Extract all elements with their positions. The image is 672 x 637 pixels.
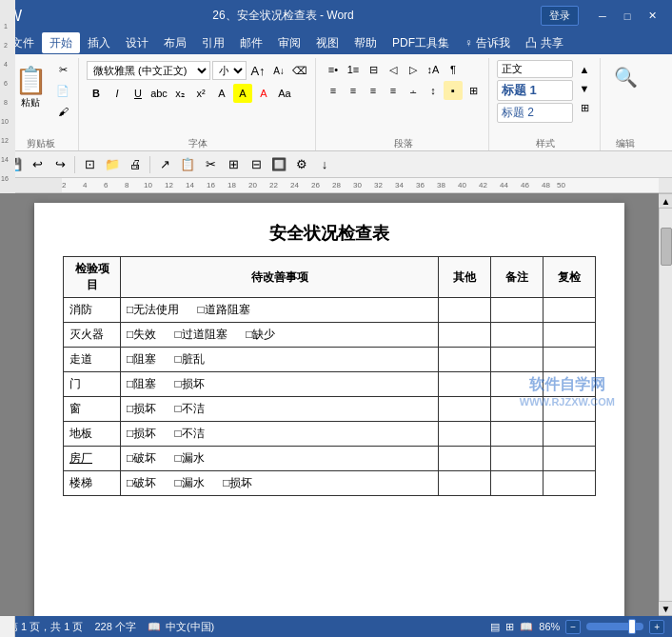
increase-font-button[interactable]: A↑ xyxy=(248,61,267,80)
redo-button[interactable]: ↪ xyxy=(49,154,70,175)
minimize-button[interactable]: ─ xyxy=(590,7,615,26)
row-note-fire xyxy=(491,298,544,323)
underline-button[interactable]: U xyxy=(128,84,148,103)
paste-button[interactable]: 📋 粘贴 xyxy=(10,60,51,113)
svg-text:16: 16 xyxy=(207,181,215,189)
style-heading1[interactable]: 标题 1 xyxy=(497,80,573,101)
title-bar: W 26、安全状况检查表 - Word 登录 ─ □ ✕ xyxy=(0,0,672,31)
sort-button[interactable]: ↕A xyxy=(424,60,443,79)
increase-indent-button[interactable]: ▷ xyxy=(404,60,423,79)
zoom-out-button[interactable]: − xyxy=(565,620,581,634)
scroll-thumb[interactable] xyxy=(661,228,672,266)
svg-text:18: 18 xyxy=(227,181,236,189)
view-read-icon[interactable]: 📖 xyxy=(520,621,533,633)
align-center-button[interactable]: ≡ xyxy=(344,81,363,100)
row-note-window xyxy=(491,397,544,422)
shading-button[interactable]: ▪ xyxy=(444,81,463,100)
multilevel-button[interactable]: ⊟ xyxy=(364,60,383,79)
justify-button[interactable]: ≡ xyxy=(384,81,403,100)
maximize-button[interactable]: □ xyxy=(615,7,640,26)
tb-btn8[interactable]: 📋 xyxy=(177,154,198,175)
table-row: 窗 □损坏 □不洁 xyxy=(64,397,596,422)
tb-btn10[interactable]: ⊞ xyxy=(223,154,244,175)
strikethrough-button[interactable]: abc xyxy=(149,84,168,103)
menu-pdf[interactable]: PDF工具集 xyxy=(385,32,457,53)
menu-tell[interactable]: ♀ 告诉我 xyxy=(457,32,518,53)
item-stairs-damaged: □损坏 xyxy=(223,476,252,489)
print-button[interactable]: 🖨 xyxy=(125,154,146,175)
row-items-door: □阻塞 □损坏 xyxy=(121,372,439,397)
style-heading2[interactable]: 标题 2 xyxy=(497,103,573,123)
font-size-aa[interactable]: Aa xyxy=(275,84,294,103)
numbering-button[interactable]: 1≡ xyxy=(344,60,363,79)
vertical-scrollbar[interactable]: ▲ ▼ xyxy=(659,193,672,616)
italic-button[interactable]: I xyxy=(108,84,127,103)
subscript-button[interactable]: x₂ xyxy=(170,84,189,103)
tb-btn13[interactable]: ⚙ xyxy=(291,154,312,175)
view-web-icon[interactable]: ⊞ xyxy=(505,621,514,633)
table-header-row: 检验项目 待改善事项 其他 备注 复检 xyxy=(64,257,596,298)
styles-scroll-down[interactable]: ▼ xyxy=(575,79,594,98)
format-painter-button[interactable]: 🖌 xyxy=(53,102,72,121)
menu-share[interactable]: 凸 共享 xyxy=(518,32,570,53)
align-right-button[interactable]: ≡ xyxy=(364,81,383,100)
close-button[interactable]: ✕ xyxy=(640,7,664,26)
menu-home[interactable]: 开始 xyxy=(42,32,80,53)
menu-help[interactable]: 帮助 xyxy=(346,32,385,53)
tb-btn9[interactable]: ✂ xyxy=(200,154,221,175)
copy-button[interactable]: 📄 xyxy=(53,81,72,100)
bold-button[interactable]: B xyxy=(87,84,106,103)
menu-references[interactable]: 引用 xyxy=(194,32,232,53)
zoom-in-button[interactable]: + xyxy=(649,620,664,634)
menu-mailings[interactable]: 邮件 xyxy=(232,32,270,53)
open-button[interactable]: 📁 xyxy=(102,154,123,175)
show-marks-button[interactable]: ¶ xyxy=(444,60,463,79)
login-button[interactable]: 登录 xyxy=(541,6,579,26)
clear-format-button[interactable]: ⌫ xyxy=(290,61,309,80)
bullets-button[interactable]: ≡• xyxy=(324,60,343,79)
view-print-icon[interactable]: ▤ xyxy=(490,621,500,633)
decrease-indent-button[interactable]: ◁ xyxy=(384,60,403,79)
font-label: 字体 xyxy=(188,137,208,150)
menu-insert[interactable]: 插入 xyxy=(80,32,118,53)
tb-btn14[interactable]: ↓ xyxy=(314,154,335,175)
cut-button[interactable]: ✂ xyxy=(53,60,72,79)
menu-review[interactable]: 审阅 xyxy=(270,32,308,53)
font-color-button[interactable]: A xyxy=(254,84,273,103)
tb-btn7[interactable]: ↗ xyxy=(154,154,175,175)
th-pending-items: 待改善事项 xyxy=(121,257,439,298)
document-scroll-area[interactable]: 软件自学网 WWW.RJZXW.COM 安全状况检查表 检验项目 待改善事项 其… xyxy=(0,193,659,616)
menu-layout[interactable]: 布局 xyxy=(156,32,194,53)
clipboard-label: 剪贴板 xyxy=(27,137,55,150)
styles-group: 正文 标题 1 标题 2 ▲ ▼ ⊞ 样式 xyxy=(491,58,601,150)
menu-design[interactable]: 设计 xyxy=(118,32,156,53)
editing-group: 🔍 编辑 xyxy=(603,58,648,150)
border-button[interactable]: ⊞ xyxy=(464,81,483,100)
zoom-slider[interactable] xyxy=(586,623,643,630)
new-button[interactable]: ⊡ xyxy=(79,154,100,175)
undo-button[interactable]: ↩ xyxy=(27,154,48,175)
ribbon-content: 📋 粘贴 ✂ 📄 🖌 剪贴板 xyxy=(4,58,668,150)
tb-btn12[interactable]: 🔲 xyxy=(268,154,289,175)
style-normal[interactable]: 正文 xyxy=(497,60,573,78)
zoom-slider-thumb[interactable] xyxy=(628,619,636,634)
decrease-font-button[interactable]: A↓ xyxy=(269,61,288,80)
svg-text:40: 40 xyxy=(458,181,466,189)
item-blocked-road: □道路阻塞 xyxy=(198,303,250,316)
styles-scroll-up[interactable]: ▲ xyxy=(575,60,594,79)
line-spacing-button[interactable]: ↕ xyxy=(424,81,443,100)
tb-btn11[interactable]: ⊟ xyxy=(246,154,267,175)
highlight-button[interactable]: A xyxy=(233,84,252,103)
find-button[interactable]: 🔍 xyxy=(608,60,642,94)
ribbon: 📋 粘贴 ✂ 📄 🖌 剪贴板 xyxy=(0,54,672,151)
superscript-button[interactable]: x² xyxy=(191,84,210,103)
align-left-button[interactable]: ≡ xyxy=(324,81,343,100)
font-size-select[interactable]: 小二 xyxy=(212,61,247,80)
item-passage-blocked: □过道阻塞 xyxy=(175,328,227,341)
font-name-select[interactable]: 微软雅黑 (中文正文) xyxy=(87,61,210,80)
styles-expand[interactable]: ⊞ xyxy=(575,98,594,117)
row-review-door xyxy=(544,372,596,397)
menu-view[interactable]: 视图 xyxy=(308,32,346,53)
text-effect-button[interactable]: A xyxy=(212,84,231,103)
column-button[interactable]: ⫠ xyxy=(404,81,423,100)
